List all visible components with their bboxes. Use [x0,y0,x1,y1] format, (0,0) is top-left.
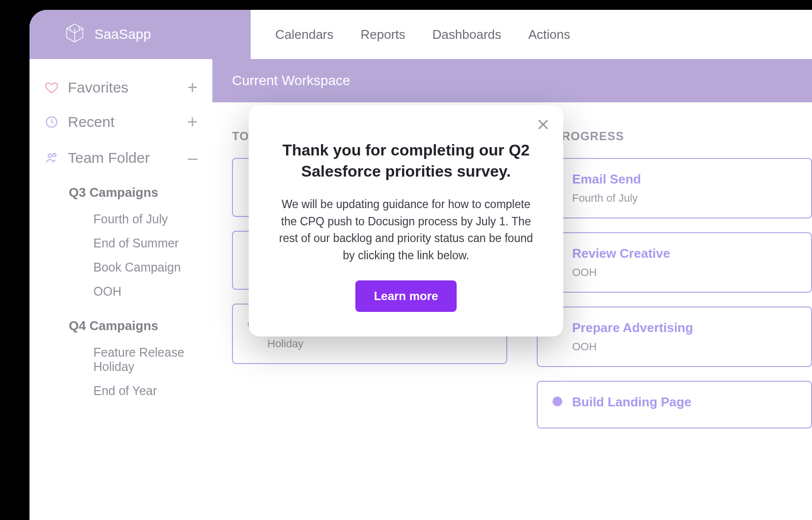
sidebar-label: Favorites [68,79,128,96]
workspace-title: Current Workspace [232,73,350,88]
card-subtitle: OOH [572,340,796,353]
card-subtitle: Holiday [267,337,492,350]
sidebar-group-title[interactable]: Q3 Campaigns [69,185,198,200]
sidebar-section-favorites[interactable]: Favorites + [44,79,198,96]
card[interactable]: Build Landing Page [537,381,812,428]
card-title: Build Landing Page [572,395,796,410]
sidebar-section-team[interactable]: Team Folder – [44,148,198,168]
people-icon [44,151,59,165]
clock-icon [44,115,59,129]
sidebar-group: Q3 Campaigns Fourth of July End of Summe… [44,185,198,299]
card-title: Email Send [572,172,796,187]
brand: SaaSapp [29,10,251,59]
sidebar-item[interactable]: Feature Release Holiday [93,345,198,374]
status-dot-icon [552,397,562,406]
sidebar-group-title[interactable]: Q4 Campaigns [69,318,198,334]
sidebar-section-recent[interactable]: Recent + [44,113,198,131]
sidebar-item[interactable]: Book Campaign [93,260,198,275]
logo-cube-icon [64,22,86,47]
nav-calendars[interactable]: Calendars [275,27,334,42]
nav-reports[interactable]: Reports [361,27,406,42]
card-title: Prepare Advertising [572,320,796,336]
card[interactable]: Email Send Fourth of July [537,158,812,218]
topbar: SaaSapp Calendars Reports Dashboards Act… [29,10,812,59]
card[interactable]: Review Creative OOH [537,232,812,293]
sidebar-label: Recent [68,114,115,130]
card-subtitle: Fourth of July [572,192,796,205]
sidebar-group: Q4 Campaigns Feature Release Holiday End… [44,318,198,398]
app-window: SaaSapp Calendars Reports Dashboards Act… [29,10,812,520]
learn-more-button[interactable]: Learn more [355,280,457,312]
modal-body: We will be updating guidance for how to … [273,196,539,264]
sidebar-item[interactable]: End of Year [93,384,198,398]
close-icon [536,125,551,133]
sidebar: Favorites + Recent + Team Fo [29,59,212,520]
svg-point-2 [53,153,56,156]
top-nav: Calendars Reports Dashboards Actions [251,10,812,59]
close-button[interactable] [536,117,551,132]
expand-icon[interactable]: + [187,113,198,131]
sidebar-item[interactable]: OOH [93,284,198,299]
sidebar-item[interactable]: End of Summer [93,236,198,250]
nav-actions[interactable]: Actions [528,27,570,42]
sidebar-label: Team Folder [68,150,150,166]
nav-dashboards[interactable]: Dashboards [433,27,501,42]
column-in-progress: IN PROGRESS Email Send Fourth of July Re… [537,129,812,442]
card-subtitle: OOH [572,266,796,279]
brand-name: SaaSapp [94,27,151,42]
sidebar-item[interactable]: Fourth of July [93,212,198,226]
workspace-banner: Current Workspace [212,59,812,102]
heart-icon [44,80,59,95]
modal-heading: Thank you for completing our Q2 Salesfor… [273,140,539,182]
card-title: Review Creative [572,246,796,261]
card[interactable]: Prepare Advertising OOH [537,306,812,367]
survey-modal: Thank you for completing our Q2 Salesfor… [249,105,563,336]
column-title: IN PROGRESS [537,129,812,143]
expand-icon[interactable]: + [187,79,198,96]
collapse-icon[interactable]: – [188,148,198,168]
svg-point-1 [48,154,52,157]
